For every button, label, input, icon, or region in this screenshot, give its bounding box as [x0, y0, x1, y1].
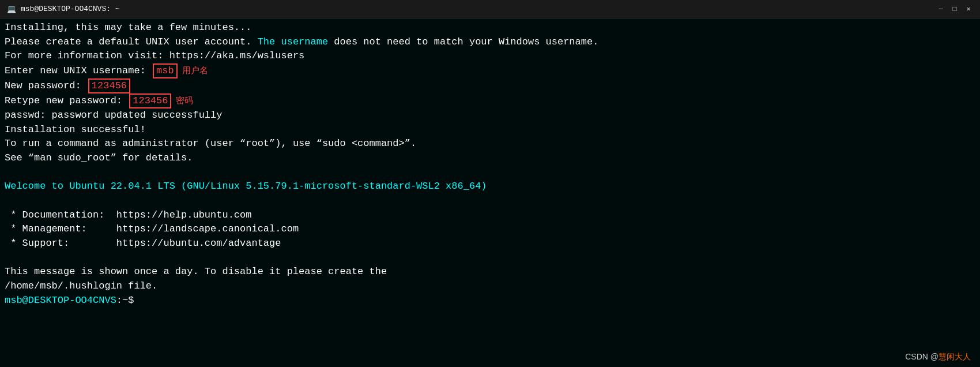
line-username-entry: Enter new UNIX username: msb用户名 — [5, 63, 975, 78]
text-docs: * Documentation: https://help.ubuntu.com — [5, 208, 251, 223]
text-message-once-rest: a day. To disable it please create the — [157, 265, 387, 279]
line-man-sudo: See “man sudo_root” for details. — [5, 151, 975, 166]
password-value: 123456 — [88, 78, 130, 93]
text-info-url: For more information visit: https://aka.… — [5, 49, 304, 63]
text-welcome: Welcome to Ubuntu 22.04.1 LTS (GNU/Linux… — [5, 179, 487, 194]
prompt-path: :~ — [116, 294, 128, 308]
line-mgmt: * Management: https://landscape.canonica… — [5, 222, 975, 237]
text-support: * Support: https://ubuntu.com/advantage — [5, 237, 281, 251]
text-username-prompt: Enter new UNIX username: — [5, 64, 152, 78]
line-prompt: msb@DESKTOP-OO4CNVS:~$ — [5, 294, 975, 308]
text-man-sudo: See “man sudo_root” for details. — [5, 151, 193, 166]
username-annotation: 用户名 — [182, 65, 208, 78]
maximize-button[interactable]: □ — [950, 5, 959, 14]
retype-value: 123456 — [129, 93, 171, 108]
line-sudo-info: To run a command as administrator (user … — [5, 137, 975, 151]
text-installing: Installing, this may take a few minutes.… — [5, 21, 251, 35]
text-once: once — [134, 265, 157, 279]
text-message-once: This message is shown — [5, 265, 134, 279]
blank1 — [5, 166, 10, 180]
line-installing: Installing, this may take a few minutes.… — [5, 21, 975, 35]
text-to-run: To run a command as administrator (user … — [5, 137, 416, 151]
text-password-prompt: New password: — [5, 79, 87, 93]
line-message-once: This message is shown once a day. To dis… — [5, 265, 975, 279]
blank3 — [5, 251, 10, 265]
text-hushlogin: /home/msb/.hushlogin file. — [5, 279, 157, 294]
terminal-icon: 💻 — [7, 5, 16, 14]
line-blank2 — [5, 194, 975, 208]
password-annotation: 密码 — [176, 95, 193, 108]
text-create-account: Please create a default UNIX user accoun… — [5, 35, 258, 50]
watermark-prefix: CSDN @ — [905, 352, 938, 361]
text-mgmt: * Management: https://landscape.canonica… — [5, 222, 299, 237]
prompt-user-host: msb@DESKTOP-OO4CNVS — [5, 294, 116, 308]
line-create-account: Please create a default UNIX user accoun… — [5, 35, 975, 50]
window-title: msb@DESKTOP-OO4CNVS: ~ — [21, 5, 936, 13]
text-retype-prompt: Retype new password: — [5, 94, 128, 108]
line-passwd-updated: passwd: password updated successfully — [5, 108, 975, 123]
username-value: msb — [153, 63, 178, 78]
line-docs: * Documentation: https://help.ubuntu.com — [5, 208, 975, 223]
text-passwd-updated: passwd: password updated successfully — [5, 108, 222, 123]
terminal-body[interactable]: Installing, this may take a few minutes.… — [0, 18, 980, 367]
line-blank3 — [5, 251, 975, 265]
close-button[interactable]: ✕ — [964, 5, 973, 14]
watermark: CSDN @慧闲大人 — [905, 351, 971, 362]
line-hushlogin: /home/msb/.hushlogin file. — [5, 279, 975, 294]
text-install-success: Installation successful! — [5, 123, 146, 137]
line-info-url: For more information visit: https://aka.… — [5, 49, 975, 63]
line-welcome: Welcome to Ubuntu 22.04.1 LTS (GNU/Linux… — [5, 179, 975, 194]
line-password-entry: New password: 123456 — [5, 78, 975, 93]
line-install-success: Installation successful! — [5, 123, 975, 137]
title-bar: 💻 msb@DESKTOP-OO4CNVS: ~ ─ □ ✕ — [0, 0, 980, 18]
line-blank1 — [5, 166, 975, 180]
text-username-label: The username — [258, 35, 328, 50]
text-username-rest: does not need to match your Windows user… — [328, 35, 598, 50]
terminal-window: 💻 msb@DESKTOP-OO4CNVS: ~ ─ □ ✕ Installin… — [0, 0, 980, 367]
prompt-dollar: $ — [128, 294, 134, 308]
watermark-highlight: 慧闲大人 — [938, 352, 971, 361]
line-support: * Support: https://ubuntu.com/advantage — [5, 237, 975, 251]
window-controls: ─ □ ✕ — [936, 5, 973, 14]
minimize-button[interactable]: ─ — [936, 5, 945, 14]
line-retype-entry: Retype new password: 123456密码 — [5, 93, 975, 108]
blank2 — [5, 194, 10, 208]
